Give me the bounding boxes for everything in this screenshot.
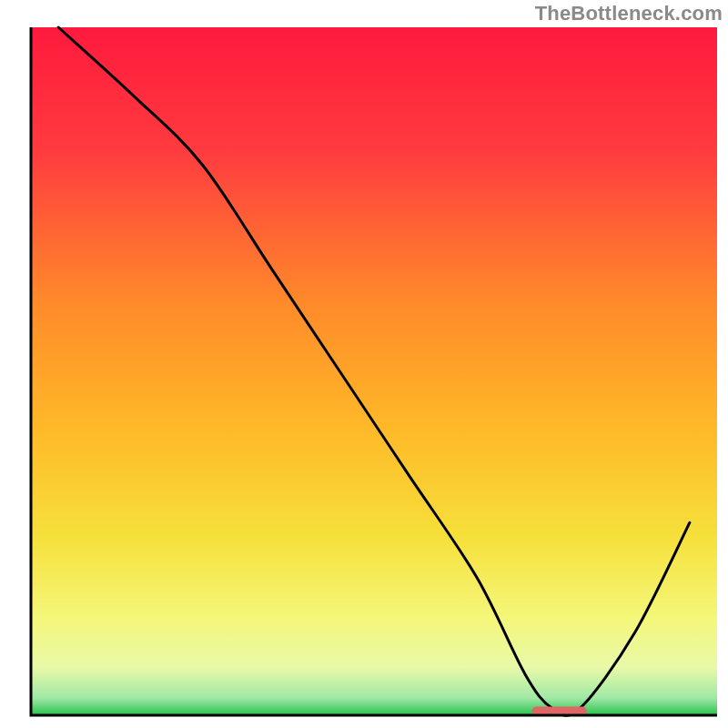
- bottleneck-chart: [0, 0, 728, 728]
- plot-background: [31, 27, 717, 715]
- chart-container: TheBottleneck.com: [0, 0, 728, 728]
- watermark-text: TheBottleneck.com: [535, 2, 723, 25]
